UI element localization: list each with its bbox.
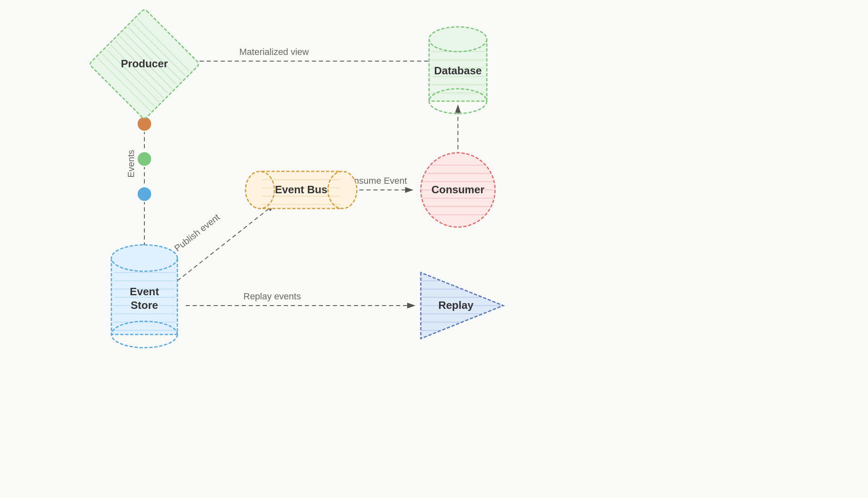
consumer-label: Consumer	[432, 183, 485, 196]
label-replay-events: Replay events	[243, 291, 301, 301]
node-event-bus: Event Bus	[245, 171, 357, 209]
event-dot-green	[137, 152, 152, 166]
producer-label: Producer	[121, 57, 168, 70]
label-materialized-view: Materialized view	[239, 47, 309, 57]
database-label: Database	[434, 64, 482, 77]
event-bus-label: Event Bus	[275, 183, 327, 196]
architecture-diagram: Materialized view Events Publish event C…	[0, 0, 868, 498]
event-store-label2: Store	[131, 299, 158, 311]
label-events: Events	[126, 150, 136, 178]
event-store-label: Event	[130, 285, 159, 298]
node-consumer: Consumer	[421, 153, 495, 227]
event-dot-blue	[137, 187, 152, 202]
svg-point-33	[328, 171, 357, 209]
node-database: Database	[429, 27, 487, 114]
replay-label: Replay	[438, 299, 474, 311]
svg-point-32	[245, 171, 274, 209]
svg-point-14	[429, 27, 487, 52]
node-event-store: Event Store	[111, 245, 177, 348]
svg-point-39	[111, 245, 177, 271]
